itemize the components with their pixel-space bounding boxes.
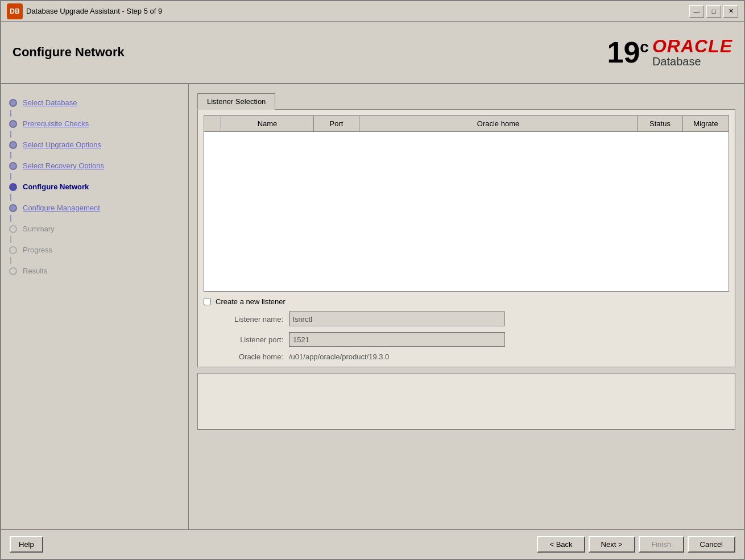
col-checkbox [204,116,221,131]
minimize-button[interactable]: — [689,5,704,18]
create-listener-label[interactable]: Create a new listener [216,297,285,306]
main-window: DB Database Upgrade Assistant - Step 5 o… [0,0,745,560]
nav-configure-network: Configure Network [7,180,183,201]
header: Configure Network 19c ORACLE Database [1,22,744,84]
listener-name-label: Listener name: [215,315,283,323]
listener-name-row: Listener name: [215,312,729,326]
oracle-home-row: Oracle home: /u01/app/oracle/product/19.… [215,352,729,361]
nav-results: Results [7,264,183,278]
message-box [197,373,735,430]
footer: Help < Back Next > Finish Cancel [1,529,744,559]
sidebar-item-configure-management[interactable]: Configure Management [23,204,100,212]
main-panel: Listener Selection Name Port [189,84,744,529]
sidebar-item-configure-network[interactable]: Configure Network [23,182,89,191]
nav-dot-recovery-options [9,162,17,170]
nav-progress: Progress [7,243,183,264]
listener-port-label: Listener port: [215,335,283,344]
tab-listener-selection[interactable]: Listener Selection [197,93,275,110]
title-bar: DB Database Upgrade Assistant - Step 5 o… [1,1,744,22]
col-name: Name [221,116,314,131]
oracle-version: 19c [607,38,648,67]
app-icon: DB [7,3,23,19]
help-button[interactable]: Help [10,536,43,553]
oracle-product: Database [652,55,701,68]
title-bar-left: DB Database Upgrade Assistant - Step 5 o… [7,3,162,19]
sidebar-item-summary: Summary [23,225,55,233]
listener-port-row: Listener port: [215,332,729,347]
sidebar-item-prerequisite-checks[interactable]: Prerequisite Checks [23,119,89,128]
nav-prerequisite-checks: Prerequisite Checks [7,117,183,138]
sidebar-item-results: Results [23,267,47,275]
listener-port-input[interactable] [289,332,505,347]
sidebar: Select Database Prerequisite Checks Sele… [1,84,189,529]
table-header: Name Port Oracle home Status [204,116,729,132]
nav-dot-configure-network [9,183,17,191]
sidebar-item-select-database[interactable]: Select Database [23,98,77,107]
nav-dot-prerequisite [9,120,17,128]
nav-dot-select-database [9,99,17,107]
col-status: Status [638,116,683,131]
sidebar-item-progress: Progress [23,246,52,254]
tab-bar: Listener Selection [197,93,735,109]
col-oracle-home: Oracle home [359,116,638,131]
nav-summary: Summary [7,222,183,243]
oracle-text: ORACLE Database [652,37,732,68]
next-button[interactable]: Next > [589,536,635,553]
listener-form: Listener name: Listener port: [215,312,729,361]
col-migrate: Migrate [683,116,729,131]
nav-dot-summary [9,225,17,233]
title-bar-controls: — □ ✕ [689,5,738,18]
nav-dot-configure-management [9,204,17,212]
tab-content: Name Port Oracle home Status [197,109,735,367]
nav-configure-management: Configure Management [7,201,183,222]
create-listener-section: Create a new listener Listener name: [204,297,729,361]
nav-recovery-options: Select Recovery Options [7,159,183,180]
maximize-button[interactable]: □ [706,5,721,18]
footer-buttons: < Back Next > Finish Cancel [537,536,735,553]
back-button[interactable]: < Back [537,536,585,553]
page-title: Configure Network [13,45,125,60]
oracle-home-value: /u01/app/oracle/product/19.3.0 [289,352,389,361]
nav-select-database: Select Database [7,96,183,117]
nav-dot-upgrade-options [9,141,17,149]
window-title: Database Upgrade Assistant - Step 5 of 9 [26,7,162,15]
create-listener-checkbox[interactable] [204,298,211,305]
nav-dot-results [9,267,17,275]
tab-container: Listener Selection Name Port [197,93,735,367]
finish-button: Finish [639,536,684,553]
table-body [204,132,729,291]
col-port: Port [314,116,359,131]
nav-dot-progress [9,246,17,254]
oracle-brand: ORACLE [652,37,732,55]
oracle-logo: 19c ORACLE Database [607,37,732,68]
nav-upgrade-options: Select Upgrade Options [7,138,183,159]
listener-name-input[interactable] [289,312,505,326]
content-area: Select Database Prerequisite Checks Sele… [1,84,744,529]
sidebar-item-recovery-options[interactable]: Select Recovery Options [23,161,104,170]
oracle-home-label: Oracle home: [215,352,283,361]
close-button[interactable]: ✕ [723,5,738,18]
sidebar-item-upgrade-options[interactable]: Select Upgrade Options [23,140,101,149]
listener-table: Name Port Oracle home Status [204,115,729,292]
cancel-button[interactable]: Cancel [688,536,735,553]
create-listener-row: Create a new listener [204,297,729,306]
